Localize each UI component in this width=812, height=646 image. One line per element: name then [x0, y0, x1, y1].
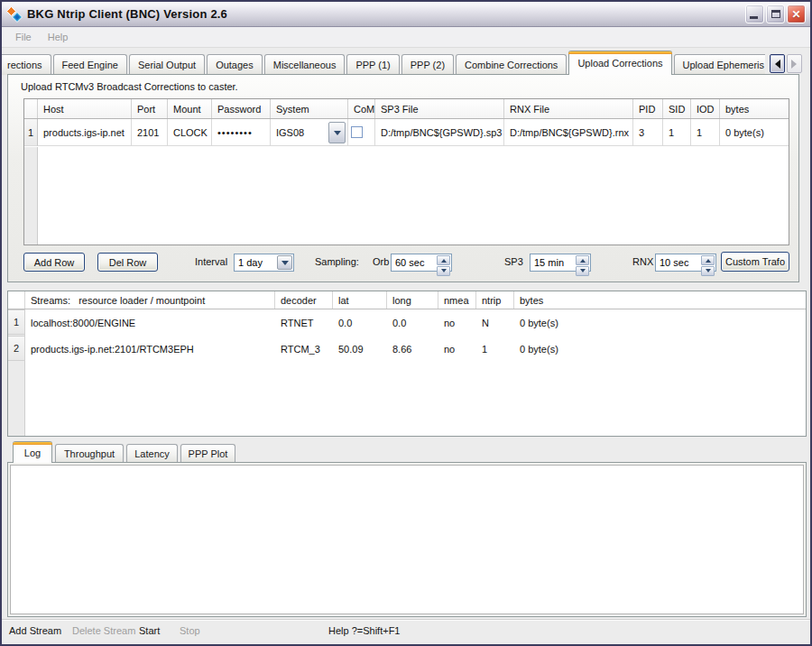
- statusbar: Add Stream Delete Stream Start Stop Help…: [2, 619, 810, 644]
- cell-long[interactable]: 0.0: [387, 309, 438, 336]
- help-shortcut-label[interactable]: Help ?=Shift+F1: [328, 625, 401, 636]
- streams-table: Streams: resource loader / mountpoint de…: [7, 291, 807, 437]
- cell-port[interactable]: 2101: [132, 119, 168, 146]
- interval-combobox[interactable]: 1 day: [234, 254, 294, 272]
- sp3-spin-up-button[interactable]: [576, 255, 589, 265]
- cell-pid[interactable]: 3: [633, 119, 663, 146]
- tab-scroll-right-button[interactable]: [787, 54, 802, 73]
- menu-help[interactable]: Help: [40, 29, 77, 45]
- cell-decoder[interactable]: RTNET: [275, 309, 333, 336]
- cell-rnx-file[interactable]: D:/tmp/BNC${GPSWD}.rnx: [504, 119, 633, 146]
- header-mountpoint: Streams: resource loader / mountpoint: [25, 291, 275, 309]
- row-number: 2: [8, 336, 25, 361]
- system-dropdown-button[interactable]: [328, 122, 346, 143]
- tab-corrections[interactable]: rections: [2, 54, 51, 75]
- cell-decoder[interactable]: RTCM_3: [275, 336, 333, 362]
- arrow-up-icon: [580, 256, 586, 263]
- app-icon: [6, 6, 23, 23]
- orb-label: Orb: [373, 253, 389, 272]
- tab-upload-corrections[interactable]: Upload Corrections: [568, 51, 671, 75]
- orb-value: 60 sec: [392, 254, 436, 271]
- orb-spinbox[interactable]: 60 sec: [391, 254, 452, 272]
- header-iod: IOD: [691, 99, 720, 118]
- cell-mountpoint[interactable]: products.igs-ip.net:2101/RTCM3EPH: [25, 336, 275, 362]
- tab-miscellaneous[interactable]: Miscellaneous: [264, 54, 346, 75]
- header-rownum: [24, 99, 38, 118]
- cell-ntrip[interactable]: N: [476, 309, 514, 336]
- menubar: File Help: [2, 27, 810, 48]
- tab-ppp-2[interactable]: PPP (2): [401, 54, 454, 75]
- start-button[interactable]: Start: [139, 625, 160, 636]
- header-mount: Mount: [168, 99, 212, 118]
- cell-ntrip[interactable]: 1: [476, 336, 514, 362]
- cell-iod[interactable]: 1: [691, 119, 720, 146]
- tab-ppp-1[interactable]: PPP (1): [346, 54, 399, 75]
- cell-mount[interactable]: CLOCK: [168, 119, 212, 146]
- menu-file[interactable]: File: [7, 29, 40, 45]
- sp3-label: SP3: [504, 253, 523, 272]
- tab-serial-output[interactable]: Serial Output: [129, 54, 205, 75]
- chevron-down-icon: [281, 261, 289, 269]
- rnx-spinbox[interactable]: 10 sec: [655, 254, 716, 272]
- com-checkbox[interactable]: [351, 126, 363, 138]
- tab-upload-ephemeris[interactable]: Upload Ephemeris: [674, 54, 765, 75]
- arrow-down-icon: [706, 269, 711, 275]
- app-window: BKG Ntrip Client (BNC) Version 2.6 ✕ Fil…: [0, 0, 812, 646]
- close-button[interactable]: ✕: [787, 5, 806, 23]
- orb-spin-down-button[interactable]: [437, 266, 450, 276]
- tab-feed-engine[interactable]: Feed Engine: [53, 54, 127, 75]
- maximize-button[interactable]: [766, 5, 785, 23]
- arrow-up-icon: [706, 256, 711, 263]
- header-stream-rownum: [8, 291, 25, 309]
- sp3-spin-down-button[interactable]: [576, 266, 589, 276]
- cell-sp3-file[interactable]: D:/tmp/BNC${GPSWD}.sp3: [375, 119, 504, 146]
- cell-bytes: 0 byte(s): [514, 336, 806, 362]
- tab-ppp-plot[interactable]: PPP Plot: [180, 444, 235, 463]
- log-output[interactable]: [10, 465, 804, 614]
- cell-nmea[interactable]: no: [438, 336, 476, 362]
- bottom-tabbar: Log Throughput Latency PPP Plot: [13, 441, 235, 463]
- interval-dropdown-button[interactable]: [277, 255, 292, 270]
- stream-row[interactable]: 2 products.igs-ip.net:2101/RTCM3EPH RTCM…: [8, 336, 806, 362]
- header-rnx-file: RNX File: [504, 99, 633, 118]
- orb-spin-up-button[interactable]: [437, 255, 450, 265]
- arrow-down-icon: [441, 269, 447, 275]
- add-row-button[interactable]: Add Row: [23, 253, 85, 272]
- upload-table-row: 1 products.igs-ip.net 2101 CLOCK •••••••…: [24, 119, 789, 146]
- tab-latency[interactable]: Latency: [126, 444, 178, 463]
- cell-password[interactable]: ••••••••: [212, 119, 271, 146]
- cell-sid[interactable]: 1: [663, 119, 691, 146]
- cell-system-combobox[interactable]: IGS08: [271, 119, 348, 146]
- header-decoder: decoder: [275, 291, 333, 309]
- arrow-down-icon: [580, 269, 586, 275]
- cell-nmea[interactable]: no: [438, 309, 476, 336]
- row-number: 1: [24, 119, 38, 146]
- upload-caption: Upload RTCMv3 Broadcast Corrections to c…: [21, 81, 238, 92]
- cell-com: [348, 119, 375, 146]
- custom-trafo-button[interactable]: Custom Trafo: [721, 252, 789, 272]
- rnx-label: RNX: [632, 253, 653, 272]
- tab-combine-corrections[interactable]: Combine Corrections: [456, 54, 567, 75]
- cell-host[interactable]: products.igs-ip.net: [38, 119, 132, 146]
- cell-lat[interactable]: 0.0: [333, 309, 387, 336]
- sp3-spinbox[interactable]: 15 min: [530, 254, 591, 272]
- cell-lat[interactable]: 50.09: [333, 336, 387, 362]
- cell-bytes: 0 byte(s): [720, 119, 789, 146]
- streams-table-header: Streams: resource loader / mountpoint de…: [8, 291, 806, 309]
- tab-throughput[interactable]: Throughput: [55, 444, 124, 463]
- stream-row[interactable]: 1 localhost:8000/ENGINE RTNET 0.0 0.0 no…: [8, 309, 806, 336]
- cell-long[interactable]: 8.66: [387, 336, 438, 362]
- tab-outages[interactable]: Outages: [207, 54, 263, 75]
- rnx-spin-down-button[interactable]: [701, 266, 715, 276]
- tab-scroll-left-button[interactable]: [770, 54, 785, 73]
- rnx-spin-up-button[interactable]: [701, 255, 715, 265]
- add-stream-button[interactable]: Add Stream: [9, 625, 61, 636]
- minimize-button[interactable]: [745, 5, 764, 23]
- tab-log[interactable]: Log: [13, 441, 52, 463]
- cell-mountpoint[interactable]: localhost:8000/ENGINE: [25, 309, 275, 336]
- system-value: IGS08: [271, 127, 327, 138]
- header-sp3-file: SP3 File: [375, 99, 504, 118]
- header-host: Host: [38, 99, 132, 118]
- upload-table-vertical-header-strip: [24, 147, 38, 245]
- del-row-button[interactable]: Del Row: [97, 253, 158, 272]
